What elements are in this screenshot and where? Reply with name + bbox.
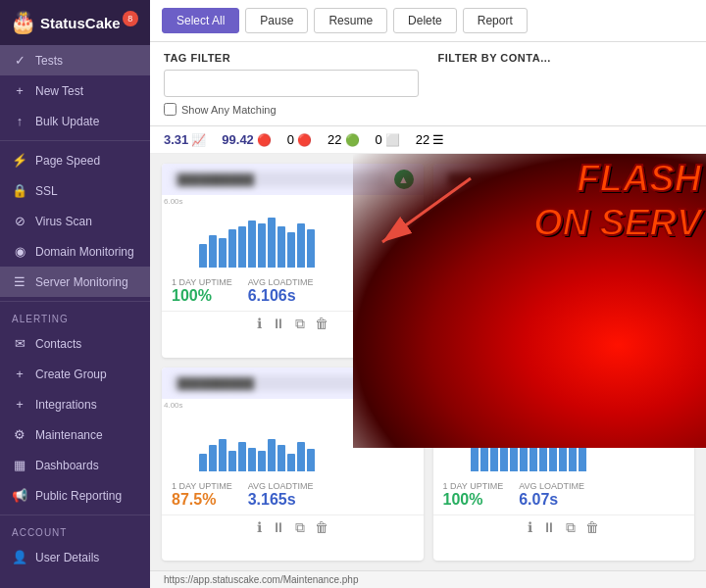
pause-button[interactable]: Pause <box>245 8 308 33</box>
copy-icon[interactable]: ⧉ <box>295 519 305 536</box>
trash-icon[interactable]: 🗑 <box>585 519 599 536</box>
sidebar-item-contacts[interactable]: ✉ Contacts <box>0 328 150 359</box>
copy-icon[interactable]: ⧉ <box>295 316 305 332</box>
bar <box>199 454 207 471</box>
loadtime-value-3: 3.165s <box>248 491 314 509</box>
sidebar-item-label: Domain Monitoring <box>35 245 134 259</box>
sidebar-item-maintenance[interactable]: ⚙ Maintenance <box>0 419 150 450</box>
bar <box>307 229 315 268</box>
uptime-value: 3.31 <box>164 132 188 147</box>
filter-contact-section: FILTER BY CONTA... <box>438 52 693 70</box>
info-icon[interactable]: ℹ <box>257 316 262 332</box>
card-header-3: ██████████ ▲ <box>162 368 424 399</box>
down-count: 0 <box>287 132 294 147</box>
uptime-stat-3: 1 Day Uptime 87.5% <box>172 481 232 509</box>
virus-icon: ⊘ <box>12 214 27 228</box>
tag-filter-input[interactable] <box>164 70 419 97</box>
server-icon: ☰ <box>12 274 27 289</box>
bar <box>569 247 577 268</box>
info-icon[interactable]: ℹ <box>528 316 532 332</box>
card-chart-4: 6.00s <box>433 399 695 477</box>
loadtime-label: Avg Loadtime <box>248 277 314 287</box>
sidebar-logo-text: StatusCake <box>40 15 121 31</box>
list-icon: ☰ <box>432 132 444 147</box>
select-all-button[interactable]: Select All <box>162 8 239 33</box>
copy-icon[interactable]: ⧉ <box>566 519 576 536</box>
sidebar-item-label: Contacts <box>35 337 81 351</box>
speaker-icon: 📢 <box>12 488 27 503</box>
bar <box>238 226 246 268</box>
bar <box>539 427 547 471</box>
sidebar-item-label: Dashboards <box>35 459 99 472</box>
cards-area: ██████████ ▲ 6.00s <box>150 154 706 570</box>
sidebar-item-integrations[interactable]: + Integrations <box>0 389 150 419</box>
bar <box>500 241 508 268</box>
card-actions-2: ℹ ⏸ ⧉ 🗑 <box>433 311 695 338</box>
pause-icon[interactable]: ⏸ <box>542 316 556 332</box>
stats-bar: 3.31 📈 99.42 🔴 0 🔴 22 🟢 0 ⬜ 22 ☰ <box>150 126 706 154</box>
uptime-value-1: 100% <box>172 287 232 305</box>
lightning-icon: ⚡ <box>12 153 27 168</box>
loadtime-label: Avg Loadtime <box>519 481 584 491</box>
bar <box>297 442 305 471</box>
report-button[interactable]: Report <box>463 8 528 33</box>
bar <box>490 433 498 471</box>
stat-paused: 22 🟢 <box>328 132 359 147</box>
sidebar: 🎂 StatusCake 8 ✓ Tests + New Test ↑ Bulk… <box>0 0 150 588</box>
pause-icon[interactable]: ⏸ <box>542 519 556 536</box>
sidebar-item-new-test[interactable]: + New Test <box>0 75 150 106</box>
show-any-matching-checkbox[interactable] <box>164 103 176 116</box>
sidebar-item-ssl[interactable]: 🔒 SSL <box>0 175 150 206</box>
info-icon[interactable]: ℹ <box>257 519 262 536</box>
domain-icon: ◉ <box>12 244 27 259</box>
loadtime-stat-2: Avg Loadtime 5 <box>519 277 584 305</box>
monitor-card-3: ██████████ ▲ 4.00s <box>162 368 424 562</box>
trash-icon[interactable]: 🗑 <box>585 316 599 332</box>
trash-icon[interactable]: 🗑 <box>315 316 328 332</box>
loadtime-stat-1: Avg Loadtime 6.106s <box>248 277 314 305</box>
card-chart-3: 4.00s <box>162 399 424 477</box>
sidebar-logo-icon: 🎂 <box>10 10 36 35</box>
bar <box>297 223 305 268</box>
status-bar: https://app.statuscake.com/Maintenance.p… <box>150 570 706 588</box>
pause-icon[interactable]: ⏸ <box>272 519 285 536</box>
bar <box>248 220 256 268</box>
card-status-badge-3: ▲ <box>394 373 414 393</box>
loadtime-label: Avg Loadtime <box>248 481 314 491</box>
sidebar-item-public-reporting[interactable]: 📢 Public Reporting <box>0 480 150 511</box>
sidebar-item-label: Tests <box>35 54 63 68</box>
bar <box>530 238 537 268</box>
sidebar-item-bulk-update[interactable]: ↑ Bulk Update <box>0 106 150 136</box>
bar <box>579 238 586 268</box>
card-status-badge-1: ▲ <box>394 170 414 189</box>
group-plus-icon: + <box>12 367 27 381</box>
sidebar-item-server-monitoring[interactable]: ☰ Server Monitoring <box>0 267 150 297</box>
card-title-4: ██████████ <box>443 375 658 391</box>
sidebar-item-domain-monitoring[interactable]: ◉ Domain Monitoring <box>0 236 150 267</box>
sidebar-item-tests[interactable]: ✓ Tests <box>0 45 150 75</box>
bar <box>480 430 488 471</box>
pause-icon[interactable]: ⏸ <box>272 316 285 332</box>
copy-icon[interactable]: ⧉ <box>566 316 576 332</box>
total-count: 22 <box>416 132 429 147</box>
trash-icon[interactable]: 🗑 <box>315 519 328 536</box>
stat-total: 22 ☰ <box>416 132 444 147</box>
info-icon[interactable]: ℹ <box>528 519 532 536</box>
resume-button[interactable]: Resume <box>314 8 387 33</box>
sidebar-item-user-details[interactable]: 👤 User Details <box>0 542 150 572</box>
checkmark-icon: ✓ <box>12 53 27 68</box>
card-actions-1: ℹ ⏸ ⧉ 🗑 <box>162 311 424 338</box>
sidebar-item-dashboards[interactable]: ▦ Dashboards <box>0 450 150 480</box>
sidebar-item-page-speed[interactable]: ⚡ Page Speed <box>0 145 150 175</box>
bar <box>258 223 266 268</box>
sidebar-item-create-group[interactable]: + Create Group <box>0 359 150 389</box>
bar <box>500 427 508 471</box>
uptime-value-4: 100% <box>443 491 504 509</box>
lock-icon: 🔒 <box>12 183 27 198</box>
tag-filter-section: TAG FILTER Show Any Matching <box>164 52 419 116</box>
delete-button[interactable]: Delete <box>393 8 457 33</box>
loadtime-value-4: 6.07s <box>519 491 584 509</box>
bar <box>209 235 217 268</box>
user-icon: 👤 <box>12 550 27 564</box>
sidebar-item-virus-scan[interactable]: ⊘ Virus Scan <box>0 206 150 236</box>
